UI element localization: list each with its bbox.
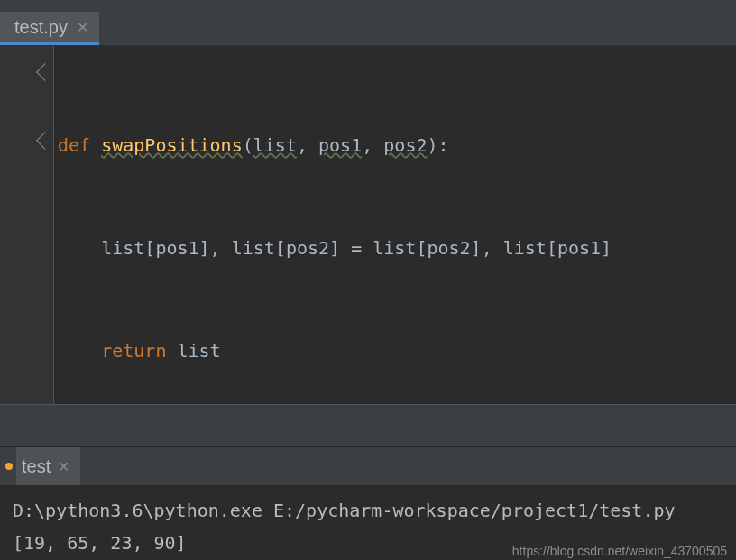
- gutter[interactable]: [0, 46, 54, 404]
- code-text: list: [177, 340, 220, 362]
- close-icon[interactable]: ✕: [77, 19, 88, 36]
- code-line: return list: [54, 334, 736, 368]
- editor-tab[interactable]: test.py ✕: [0, 12, 99, 45]
- keyword-return: return: [101, 340, 166, 362]
- param: pos2: [383, 134, 427, 156]
- fold-handle-icon[interactable]: [36, 132, 54, 150]
- fold-handle-icon[interactable]: [36, 63, 54, 81]
- code-text: list[pos1]: [101, 237, 209, 259]
- editor-tab-label: test.py: [14, 17, 68, 38]
- watermark-text: https://blog.csdn.net/weixin_43700505: [512, 544, 727, 558]
- run-tab-label: test: [22, 456, 51, 477]
- code-text: list[pos1]: [503, 237, 612, 259]
- code-line: [54, 436, 736, 471]
- titlebar-spacer: [0, 0, 736, 12]
- editor: def swapPositions(list, pos1, pos2): lis…: [0, 45, 736, 404]
- code-line: list[pos1], list[pos2] = list[pos2], lis…: [54, 231, 736, 265]
- function-name: swapPositions: [101, 134, 243, 156]
- run-status-icon: [5, 463, 13, 470]
- code-text: list[pos2] = list[pos2]: [232, 237, 482, 259]
- param: pos1: [318, 134, 362, 156]
- code-line: def swapPositions(list, pos1, pos2):: [54, 128, 736, 162]
- code-area[interactable]: def swapPositions(list, pos1, pos2): lis…: [54, 46, 736, 404]
- param: list: [253, 134, 297, 156]
- keyword-def: def: [58, 134, 90, 156]
- editor-tab-bar: test.py ✕: [0, 12, 736, 45]
